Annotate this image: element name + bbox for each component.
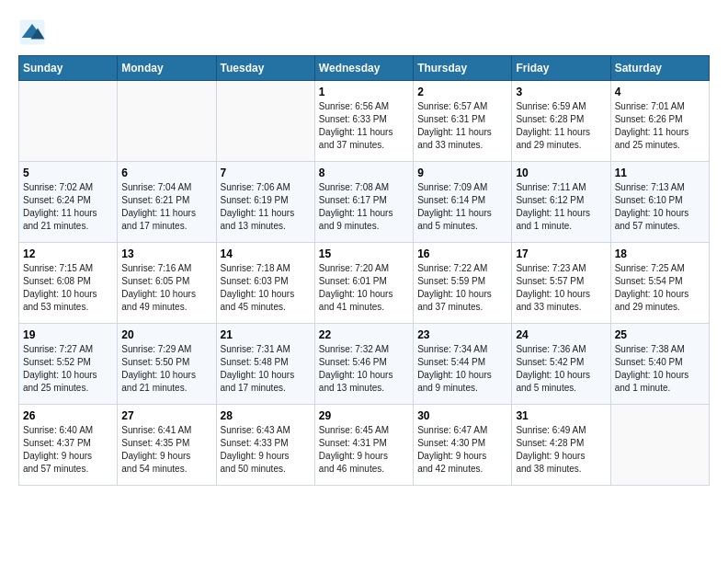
column-header-sunday: Sunday [19, 56, 118, 81]
day-number: 27 [121, 409, 211, 422]
day-info: Sunrise: 6:57 AM Sunset: 6:31 PM Dayligh… [417, 100, 507, 152]
day-number: 6 [121, 167, 211, 179]
day-cell: 30Sunrise: 6:47 AM Sunset: 4:30 PM Dayli… [414, 405, 512, 486]
day-info: Sunrise: 7:38 AM Sunset: 5:40 PM Dayligh… [615, 343, 705, 395]
day-cell: 14Sunrise: 7:18 AM Sunset: 6:03 PM Dayli… [216, 243, 314, 324]
day-number: 22 [319, 328, 409, 341]
day-info: Sunrise: 6:47 AM Sunset: 4:30 PM Dayligh… [417, 424, 507, 476]
day-number: 24 [516, 328, 606, 341]
day-number: 5 [23, 167, 113, 179]
day-number: 9 [417, 167, 507, 179]
day-number: 10 [516, 167, 606, 179]
day-cell: 31Sunrise: 6:49 AM Sunset: 4:28 PM Dayli… [512, 405, 610, 486]
day-cell: 13Sunrise: 7:16 AM Sunset: 6:05 PM Dayli… [118, 243, 216, 324]
day-info: Sunrise: 7:11 AM Sunset: 6:12 PM Dayligh… [516, 181, 606, 233]
day-info: Sunrise: 7:16 AM Sunset: 6:05 PM Dayligh… [121, 262, 211, 314]
week-row-4: 19Sunrise: 7:27 AM Sunset: 5:52 PM Dayli… [19, 324, 710, 405]
week-row-5: 26Sunrise: 6:40 AM Sunset: 4:37 PM Dayli… [19, 405, 710, 486]
day-cell: 17Sunrise: 7:23 AM Sunset: 5:57 PM Dayli… [512, 243, 610, 324]
day-cell: 21Sunrise: 7:31 AM Sunset: 5:48 PM Dayli… [216, 324, 314, 405]
day-cell: 20Sunrise: 7:29 AM Sunset: 5:50 PM Dayli… [118, 324, 216, 405]
day-info: Sunrise: 7:34 AM Sunset: 5:44 PM Dayligh… [417, 343, 507, 395]
day-cell: 10Sunrise: 7:11 AM Sunset: 6:12 PM Dayli… [512, 162, 610, 243]
logo-icon [18, 18, 46, 46]
day-info: Sunrise: 7:04 AM Sunset: 6:21 PM Dayligh… [121, 181, 211, 233]
day-cell: 18Sunrise: 7:25 AM Sunset: 5:54 PM Dayli… [610, 243, 709, 324]
day-cell: 27Sunrise: 6:41 AM Sunset: 4:35 PM Dayli… [118, 405, 216, 486]
day-number: 14 [221, 247, 311, 260]
day-cell: 28Sunrise: 6:43 AM Sunset: 4:33 PM Dayli… [216, 405, 314, 486]
day-info: Sunrise: 6:59 AM Sunset: 6:28 PM Dayligh… [516, 100, 606, 152]
day-number: 20 [121, 328, 211, 341]
week-row-1: 1Sunrise: 6:56 AM Sunset: 6:33 PM Daylig… [19, 81, 710, 162]
day-cell: 23Sunrise: 7:34 AM Sunset: 5:44 PM Dayli… [414, 324, 512, 405]
day-cell: 19Sunrise: 7:27 AM Sunset: 5:52 PM Dayli… [19, 324, 118, 405]
day-info: Sunrise: 6:40 AM Sunset: 4:37 PM Dayligh… [23, 424, 113, 476]
day-cell: 3Sunrise: 6:59 AM Sunset: 6:28 PM Daylig… [512, 81, 610, 162]
day-info: Sunrise: 7:06 AM Sunset: 6:19 PM Dayligh… [221, 181, 311, 233]
day-number: 23 [417, 328, 507, 341]
week-row-2: 5Sunrise: 7:02 AM Sunset: 6:24 PM Daylig… [19, 162, 710, 243]
day-cell: 2Sunrise: 6:57 AM Sunset: 6:31 PM Daylig… [414, 81, 512, 162]
day-info: Sunrise: 7:09 AM Sunset: 6:14 PM Dayligh… [417, 181, 507, 233]
day-number: 28 [221, 409, 311, 422]
day-number: 11 [615, 167, 705, 179]
day-number: 2 [417, 86, 507, 98]
day-cell: 29Sunrise: 6:45 AM Sunset: 4:31 PM Dayli… [314, 405, 413, 486]
day-info: Sunrise: 7:25 AM Sunset: 5:54 PM Dayligh… [615, 262, 705, 314]
day-number: 15 [319, 247, 409, 260]
day-cell: 7Sunrise: 7:06 AM Sunset: 6:19 PM Daylig… [216, 162, 314, 243]
week-row-3: 12Sunrise: 7:15 AM Sunset: 6:08 PM Dayli… [19, 243, 710, 324]
column-header-thursday: Thursday [414, 56, 512, 81]
day-info: Sunrise: 6:49 AM Sunset: 4:28 PM Dayligh… [516, 424, 606, 476]
day-info: Sunrise: 7:02 AM Sunset: 6:24 PM Dayligh… [23, 181, 113, 233]
column-header-friday: Friday [512, 56, 610, 81]
calendar-table: SundayMondayTuesdayWednesdayThursdayFrid… [18, 55, 710, 486]
day-info: Sunrise: 7:31 AM Sunset: 5:48 PM Dayligh… [221, 343, 311, 395]
day-cell: 22Sunrise: 7:32 AM Sunset: 5:46 PM Dayli… [314, 324, 413, 405]
day-cell: 15Sunrise: 7:20 AM Sunset: 6:01 PM Dayli… [314, 243, 413, 324]
day-info: Sunrise: 7:18 AM Sunset: 6:03 PM Dayligh… [221, 262, 311, 314]
day-cell [610, 405, 709, 486]
day-number: 3 [516, 86, 606, 98]
day-cell: 4Sunrise: 7:01 AM Sunset: 6:26 PM Daylig… [610, 81, 709, 162]
logo [18, 18, 50, 46]
day-info: Sunrise: 7:08 AM Sunset: 6:17 PM Dayligh… [319, 181, 409, 233]
column-header-saturday: Saturday [610, 56, 709, 81]
day-number: 12 [23, 247, 113, 260]
day-info: Sunrise: 7:13 AM Sunset: 6:10 PM Dayligh… [615, 181, 705, 233]
day-number: 19 [23, 328, 113, 341]
day-number: 1 [319, 86, 409, 98]
day-cell: 5Sunrise: 7:02 AM Sunset: 6:24 PM Daylig… [19, 162, 118, 243]
day-cell: 6Sunrise: 7:04 AM Sunset: 6:21 PM Daylig… [118, 162, 216, 243]
day-number: 25 [615, 328, 705, 341]
day-cell [19, 81, 118, 162]
day-number: 21 [221, 328, 311, 341]
day-number: 4 [615, 86, 705, 98]
day-number: 16 [417, 247, 507, 260]
day-info: Sunrise: 7:15 AM Sunset: 6:08 PM Dayligh… [23, 262, 113, 314]
day-info: Sunrise: 7:22 AM Sunset: 5:59 PM Dayligh… [417, 262, 507, 314]
day-info: Sunrise: 6:43 AM Sunset: 4:33 PM Dayligh… [221, 424, 311, 476]
day-cell: 1Sunrise: 6:56 AM Sunset: 6:33 PM Daylig… [314, 81, 413, 162]
day-info: Sunrise: 7:27 AM Sunset: 5:52 PM Dayligh… [23, 343, 113, 395]
day-cell: 11Sunrise: 7:13 AM Sunset: 6:10 PM Dayli… [610, 162, 709, 243]
day-cell: 12Sunrise: 7:15 AM Sunset: 6:08 PM Dayli… [19, 243, 118, 324]
day-cell: 8Sunrise: 7:08 AM Sunset: 6:17 PM Daylig… [314, 162, 413, 243]
day-cell: 9Sunrise: 7:09 AM Sunset: 6:14 PM Daylig… [414, 162, 512, 243]
page-header [18, 18, 710, 46]
day-number: 30 [417, 409, 507, 422]
day-number: 17 [516, 247, 606, 260]
day-number: 26 [23, 409, 113, 422]
day-info: Sunrise: 7:20 AM Sunset: 6:01 PM Dayligh… [319, 262, 409, 314]
day-cell: 26Sunrise: 6:40 AM Sunset: 4:37 PM Dayli… [19, 405, 118, 486]
column-header-monday: Monday [118, 56, 216, 81]
day-number: 7 [221, 167, 311, 179]
day-cell [118, 81, 216, 162]
day-info: Sunrise: 6:41 AM Sunset: 4:35 PM Dayligh… [121, 424, 211, 476]
column-header-tuesday: Tuesday [216, 56, 314, 81]
day-info: Sunrise: 7:32 AM Sunset: 5:46 PM Dayligh… [319, 343, 409, 395]
day-cell: 16Sunrise: 7:22 AM Sunset: 5:59 PM Dayli… [414, 243, 512, 324]
day-info: Sunrise: 7:36 AM Sunset: 5:42 PM Dayligh… [516, 343, 606, 395]
day-cell: 25Sunrise: 7:38 AM Sunset: 5:40 PM Dayli… [610, 324, 709, 405]
